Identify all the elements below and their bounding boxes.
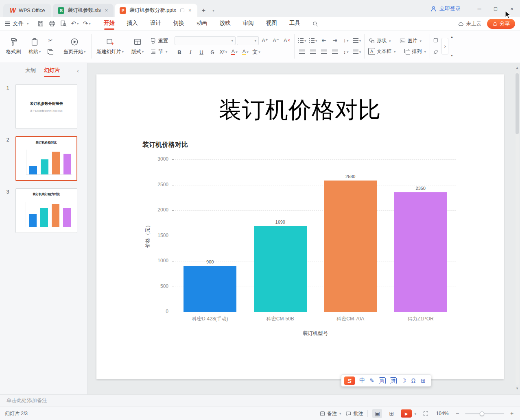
- highlight-color-button[interactable]: A: [240, 48, 250, 57]
- superscript-button[interactable]: X²: [218, 48, 228, 57]
- align-right-button[interactable]: [319, 48, 329, 56]
- menu-tab-放映[interactable]: 放映: [220, 17, 231, 30]
- play-slideshow-button[interactable]: ▶: [401, 409, 412, 418]
- scroll-down-icon[interactable]: ▾: [516, 386, 518, 390]
- character-spacing-button[interactable]: 文: [251, 48, 261, 57]
- decrease-font-button[interactable]: A⁻: [271, 36, 281, 45]
- line-spacing-button[interactable]: ↕: [341, 48, 351, 56]
- play-options-dropdown[interactable]: [413, 411, 416, 416]
- cloud-sync-status[interactable]: 未上云: [457, 20, 482, 27]
- new-slide-button[interactable]: 新建幻灯片: [94, 32, 127, 61]
- ime-handwriting[interactable]: ✎: [367, 377, 377, 384]
- zoom-in-button[interactable]: +: [509, 410, 515, 417]
- collapse-panel-icon[interactable]: ‹: [77, 67, 79, 74]
- copy-button[interactable]: [46, 48, 55, 57]
- notes-toggle-button[interactable]: 备注: [319, 410, 341, 417]
- ime-symbols[interactable]: Ω: [409, 377, 418, 384]
- shapes-button[interactable]: 形状: [367, 37, 392, 45]
- slide-thumbnail[interactable]: 装订机装订能力对比: [15, 188, 77, 233]
- cut-button[interactable]: ✂: [46, 36, 55, 45]
- fit-to-window-button[interactable]: [421, 409, 430, 418]
- zoom-slider[interactable]: [465, 413, 504, 414]
- menu-tab-动画[interactable]: 动画: [197, 17, 208, 30]
- normal-view-button[interactable]: ▣: [372, 409, 382, 418]
- notes-placeholder[interactable]: 单击此处添加备注: [7, 397, 47, 404]
- doc-tab-ppt[interactable]: P装订机参数分析.pptx×: [115, 4, 197, 17]
- picture-button[interactable]: 图片: [398, 37, 423, 45]
- menu-tab-插入[interactable]: 插入: [127, 17, 138, 30]
- tab-slides[interactable]: 幻灯片: [44, 67, 60, 74]
- strikethrough-button[interactable]: S: [208, 48, 217, 57]
- columns-button[interactable]: [352, 48, 362, 56]
- scrollbar-thumb[interactable]: [516, 73, 519, 134]
- start-from-current-button[interactable]: 当页开始: [61, 32, 89, 61]
- bullets-button[interactable]: [297, 36, 307, 45]
- font-name-combo[interactable]: [175, 36, 236, 45]
- arrange-button[interactable]: 排列: [403, 48, 428, 55]
- ime-logo-icon[interactable]: S: [344, 376, 355, 385]
- increase-indent-button[interactable]: ⇥: [330, 36, 340, 45]
- ime-simplified[interactable]: 简: [379, 377, 386, 384]
- notes-pane[interactable]: 单击此处添加备注: [0, 394, 520, 407]
- close-button[interactable]: ×: [504, 0, 520, 17]
- italic-button[interactable]: I: [186, 48, 195, 57]
- font-size-input[interactable]: [239, 38, 253, 44]
- ime-lang-mode[interactable]: 中: [357, 377, 367, 384]
- slide-title[interactable]: 装订机价格对比: [96, 95, 504, 126]
- font-name-input[interactable]: [177, 38, 230, 44]
- justify-button[interactable]: [330, 48, 340, 56]
- bold-button[interactable]: B: [175, 48, 184, 57]
- scrollbar-track[interactable]: [516, 71, 519, 385]
- decrease-indent-button[interactable]: ⇤: [319, 36, 329, 45]
- underline-button[interactable]: U: [197, 48, 206, 57]
- zoom-slider-handle[interactable]: [480, 411, 484, 416]
- redo-button[interactable]: ↷: [83, 20, 91, 27]
- fill-color-button[interactable]: [431, 36, 441, 45]
- ribbon-scroll-down-icon[interactable]: ▾: [451, 54, 453, 57]
- menu-tab-开始[interactable]: 开始: [104, 17, 115, 30]
- format-painter-button[interactable]: 格式刷: [3, 32, 24, 61]
- font-color-button[interactable]: A: [229, 48, 239, 57]
- slide-canvas-area[interactable]: 装订机价格对比 装订机价格对比 价格（元） 050010001500200025…: [87, 63, 520, 394]
- search-button[interactable]: [312, 20, 319, 27]
- login-button[interactable]: 立即登录: [430, 5, 461, 12]
- menu-tab-工具[interactable]: 工具: [289, 17, 300, 30]
- print-button[interactable]: [48, 20, 56, 27]
- reset-button[interactable]: 重置: [149, 37, 169, 45]
- paste-button[interactable]: 粘贴: [24, 32, 45, 61]
- align-left-button[interactable]: [297, 48, 307, 56]
- comments-button[interactable]: 批注: [345, 410, 363, 417]
- slide-thumbnail-item[interactable]: 3装订机装订能力对比: [0, 188, 87, 233]
- menu-tab-审阅[interactable]: 审阅: [243, 17, 254, 30]
- font-size-combo[interactable]: [237, 36, 259, 45]
- ime-half-width[interactable]: ☽: [399, 377, 409, 384]
- paragraph-more-button[interactable]: [352, 36, 362, 45]
- maximize-button[interactable]: □: [487, 0, 504, 17]
- ime-soft-keyboard[interactable]: ⊞: [418, 377, 428, 384]
- slide-thumbnail[interactable]: 装订机价格对比: [15, 136, 77, 181]
- text-direction-button[interactable]: ↕: [341, 36, 351, 45]
- menu-tab-视图[interactable]: 视图: [266, 17, 277, 30]
- canvas-scrollbar[interactable]: ▴ ▾: [515, 65, 520, 390]
- slide-sorter-view-button[interactable]: ⊞: [387, 409, 396, 418]
- new-tab-button[interactable]: +: [199, 4, 209, 17]
- tab-outline[interactable]: 大纲: [25, 67, 36, 74]
- zoom-out-button[interactable]: −: [454, 410, 461, 417]
- clear-format-button[interactable]: A: [282, 36, 292, 45]
- numbering-button[interactable]: [308, 36, 318, 45]
- tab-pin-icon[interactable]: [180, 9, 184, 12]
- menu-tab-切换[interactable]: 切换: [173, 17, 184, 30]
- slide-chart[interactable]: 装订机价格对比 价格（元） 05001000150020002500300090…: [142, 141, 468, 344]
- textbox-button[interactable]: A 文本框: [367, 48, 397, 55]
- tab-close-icon[interactable]: ×: [188, 7, 192, 13]
- undo-button[interactable]: ↶: [71, 20, 79, 27]
- save-button[interactable]: [37, 20, 44, 27]
- increase-font-button[interactable]: A⁺: [260, 36, 270, 45]
- slide-thumbnail-item[interactable]: 2装订机价格对比: [0, 136, 87, 181]
- layout-button[interactable]: 版式: [127, 32, 148, 61]
- ime-pinyin[interactable]: 拼: [390, 377, 397, 384]
- file-menu-button[interactable]: 文件: [5, 20, 29, 27]
- slide-canvas[interactable]: 装订机价格对比 装订机价格对比 价格（元） 050010001500200025…: [96, 74, 504, 379]
- share-button[interactable]: 分享: [487, 19, 515, 29]
- scroll-up-icon[interactable]: ▴: [516, 65, 518, 70]
